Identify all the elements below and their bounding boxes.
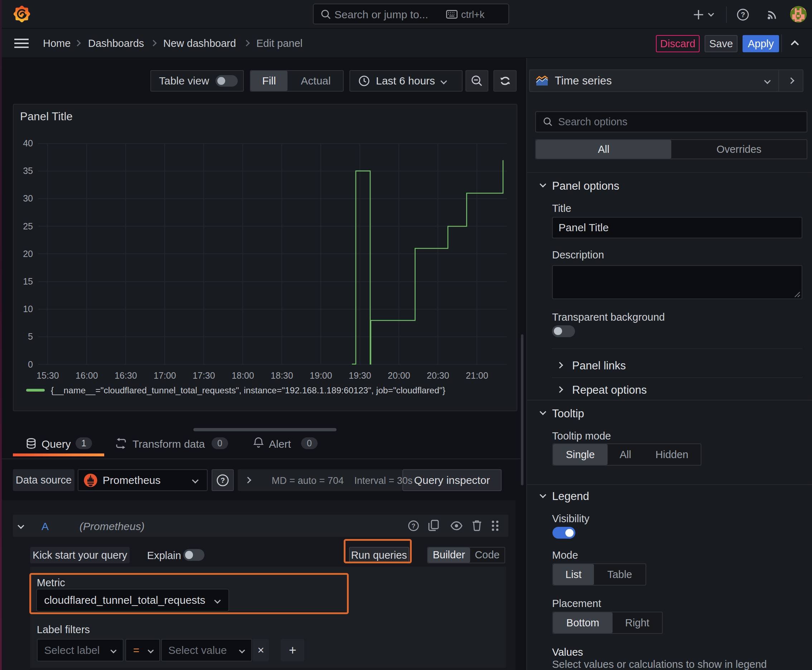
svg-text:40: 40 <box>23 138 33 148</box>
svg-text:?: ? <box>741 11 745 19</box>
svg-text:20: 20 <box>23 249 33 259</box>
svg-text:17:00: 17:00 <box>154 371 176 381</box>
svg-text:30: 30 <box>23 193 33 203</box>
svg-text:15: 15 <box>23 276 33 286</box>
svg-text:16:00: 16:00 <box>76 371 98 381</box>
svg-text:19:00: 19:00 <box>310 371 332 381</box>
svg-text:20:30: 20:30 <box>427 371 449 381</box>
svg-text:18:30: 18:30 <box>271 371 293 381</box>
svg-text:10: 10 <box>23 304 33 314</box>
svg-text:25: 25 <box>23 221 33 231</box>
svg-text:20:00: 20:00 <box>388 371 410 381</box>
svg-text:0: 0 <box>28 359 33 369</box>
svg-text:?: ? <box>412 523 416 530</box>
svg-text:21:00: 21:00 <box>466 371 488 381</box>
svg-text:19:30: 19:30 <box>349 371 371 381</box>
svg-text:?: ? <box>220 476 225 484</box>
svg-text:5: 5 <box>28 332 33 342</box>
svg-text:15:30: 15:30 <box>37 371 59 381</box>
svg-text:{__name__="cloudflared_tunnel_: {__name__="cloudflared_tunnel_total_requ… <box>51 386 445 395</box>
svg-text:18:00: 18:00 <box>232 371 254 381</box>
svg-text:16:30: 16:30 <box>115 371 137 381</box>
svg-text:35: 35 <box>23 166 33 176</box>
svg-text:17:30: 17:30 <box>193 371 215 381</box>
